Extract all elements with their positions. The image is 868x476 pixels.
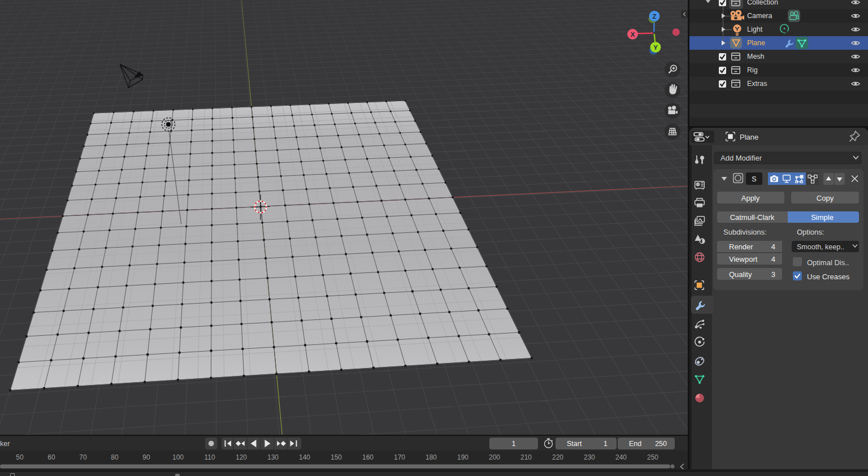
svg-text:Render: Render (729, 243, 753, 251)
svg-text:100: 100 (172, 453, 184, 461)
svg-text:110: 110 (204, 453, 215, 461)
svg-text:120: 120 (236, 453, 247, 461)
svg-text:Z: Z (652, 13, 656, 20)
svg-text:Light: Light (747, 25, 763, 33)
svg-text:Quality: Quality (729, 270, 752, 279)
svg-text:End: End (629, 440, 641, 448)
svg-text:Extras: Extras (747, 80, 767, 88)
svg-text:180: 180 (426, 453, 437, 461)
svg-text:Plane: Plane (740, 133, 758, 141)
svg-text:Catmull-Clark: Catmull-Clark (730, 213, 775, 222)
svg-text:Add Modifier: Add Modifier (721, 154, 762, 162)
svg-text:3: 3 (771, 270, 775, 279)
svg-text:Use Creases: Use Creases (807, 272, 850, 281)
svg-text:50: 50 (16, 453, 24, 461)
svg-text:S: S (752, 175, 756, 183)
svg-text:60: 60 (47, 453, 55, 461)
svg-text:80: 80 (111, 453, 119, 461)
svg-text:Mesh: Mesh (747, 53, 765, 60)
svg-text:Start: Start (567, 440, 582, 448)
svg-text:Smooth, keep..: Smooth, keep.. (797, 243, 844, 251)
svg-text:240: 240 (615, 453, 627, 461)
svg-text:140: 140 (299, 453, 310, 461)
svg-text:Y: Y (653, 44, 658, 51)
svg-text:Camera: Camera (747, 12, 772, 20)
svg-text:230: 230 (584, 453, 595, 461)
svg-text:Plane: Plane (747, 39, 765, 47)
svg-text:190: 190 (457, 453, 468, 461)
svg-text:X: X (631, 31, 635, 38)
svg-text:220: 220 (552, 453, 563, 461)
svg-text:90: 90 (142, 453, 150, 461)
svg-text:Optimal Dis..: Optimal Dis.. (807, 258, 849, 267)
svg-text:210: 210 (520, 453, 532, 461)
svg-text:4: 4 (771, 243, 775, 251)
svg-text:Subdivisions:: Subdivisions: (723, 228, 767, 236)
svg-text:Viewport: Viewport (729, 255, 758, 263)
svg-text:Collection: Collection (747, 0, 778, 6)
svg-text:70: 70 (79, 453, 87, 461)
svg-text:Apply: Apply (741, 194, 760, 202)
svg-text:1: 1 (604, 440, 607, 448)
svg-text:160: 160 (362, 453, 374, 461)
svg-text:Copy: Copy (817, 194, 834, 202)
svg-text:Rig: Rig (747, 66, 758, 74)
svg-text:Simple: Simple (811, 213, 834, 222)
svg-text:4: 4 (771, 255, 775, 263)
svg-text:Options:: Options: (797, 228, 824, 236)
svg-text:200: 200 (489, 453, 500, 461)
svg-text:150: 150 (331, 453, 342, 461)
svg-text:250: 250 (655, 440, 667, 448)
svg-text:ker: ker (0, 440, 10, 448)
svg-text:1: 1 (512, 440, 516, 448)
svg-text:130: 130 (267, 453, 279, 461)
svg-text:250: 250 (647, 453, 658, 461)
svg-text:170: 170 (394, 453, 405, 461)
